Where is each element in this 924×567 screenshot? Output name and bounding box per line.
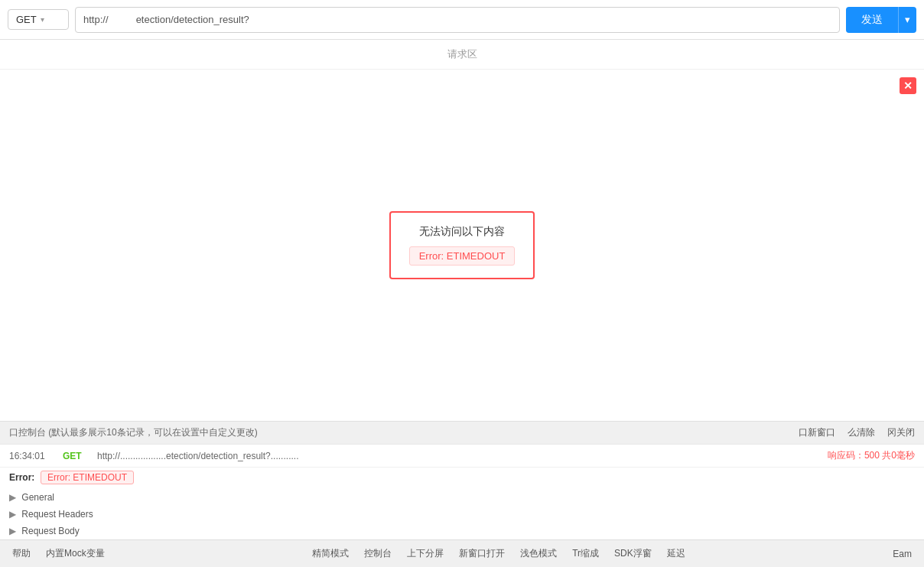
request-area-label: 请求区: [0, 40, 924, 70]
error-line: Error: Error: ETIMEDOUT: [0, 468, 924, 489]
request-headers-label: Request Headers: [21, 509, 93, 520]
console-btn[interactable]: 控制台: [364, 547, 392, 560]
error-value-badge: Error: ETIMEDOUT: [41, 471, 134, 484]
help-btn[interactable]: 帮助: [12, 547, 31, 560]
error-message-box: 无法访问以下内容 Error: ETIMEDOUT: [389, 211, 535, 279]
chevron-down-icon: ▾: [41, 15, 44, 24]
url-input[interactable]: [75, 7, 840, 33]
log-method: GET: [63, 451, 89, 461]
bottom-right-text: Eam: [893, 549, 912, 559]
method-label: GET: [16, 14, 37, 25]
send-dropdown-button[interactable]: ▾: [898, 7, 916, 33]
close-error-button[interactable]: ✕: [900, 77, 916, 94]
console-panel: 口控制台 (默认最多展示10条记录，可以在设置中自定义更改) 口新窗口 么清除 …: [0, 421, 924, 539]
split-btn[interactable]: 上下分屏: [407, 547, 444, 560]
log-time: 16:34:01: [9, 451, 55, 461]
mock-btn[interactable]: 内置Mock变量: [46, 547, 105, 560]
error-badge: Error: ETIMEDOUT: [409, 246, 516, 266]
method-dropdown[interactable]: GET ▾: [8, 9, 69, 30]
general-label: General: [21, 492, 54, 503]
console-header-text: 口控制台 (默认最多展示10条记录，可以在设置中自定义更改): [9, 426, 258, 439]
send-button[interactable]: 发送: [846, 7, 898, 33]
close-console-btn[interactable]: 冈关闭: [887, 426, 915, 439]
clear-btn[interactable]: 么清除: [848, 426, 875, 439]
bottom-center: 精简模式 控制台 上下分屏 新窗口打开 浅色模式 Tr缩成 SDK浮窗 延迟: [312, 547, 685, 560]
error-line-label: Error:: [9, 472, 34, 483]
bottom-bar: 帮助 内置Mock变量 精简模式 控制台 上下分屏 新窗口打开 浅色模式 Tr缩…: [0, 539, 924, 567]
simple-mode-btn[interactable]: 精简模式: [312, 547, 349, 560]
console-header-actions: 口新窗口 么清除 冈关闭: [799, 426, 915, 439]
collapse-arrow-body: ▶: [9, 526, 16, 536]
new-window-open-btn[interactable]: 新窗口打开: [459, 547, 505, 560]
status-code: 500: [864, 450, 880, 461]
request-bar: GET ▾ 发送 ▾: [0, 0, 924, 40]
new-window-btn[interactable]: 口新窗口: [799, 426, 835, 439]
collapse-arrow-general: ▶: [9, 492, 16, 503]
collapse-arrow-headers: ▶: [9, 509, 16, 520]
request-body-label: Request Body: [21, 526, 79, 536]
console-header: 口控制台 (默认最多展示10条记录，可以在设置中自定义更改) 口新窗口 么清除 …: [0, 422, 924, 445]
theme-btn[interactable]: 浅色模式: [520, 547, 557, 560]
error-title: 无法访问以下内容: [409, 225, 516, 239]
bottom-left: 帮助 内置Mock变量: [12, 547, 105, 560]
sdk-btn[interactable]: SDK浮窗: [614, 547, 652, 560]
main-content: ✕ 无法访问以下内容 Error: ETIMEDOUT: [0, 70, 924, 421]
status-label: 响应码：: [828, 450, 864, 461]
collapse-btn[interactable]: Tr缩成: [572, 547, 599, 560]
extra-btn[interactable]: 延迟: [667, 547, 685, 560]
console-log-entry: 16:34:01 GET http://..................et…: [0, 445, 924, 468]
bottom-right: Eam: [893, 549, 912, 559]
send-button-group: 发送 ▾: [846, 7, 916, 33]
status-time: 共0毫秒: [882, 450, 915, 461]
general-section[interactable]: ▶ General: [0, 489, 924, 506]
log-url: http://..................etection/detect…: [97, 451, 820, 461]
log-status: 响应码：500 共0毫秒: [828, 449, 915, 462]
request-headers-section[interactable]: ▶ Request Headers: [0, 506, 924, 523]
request-body-section[interactable]: ▶ Request Body: [0, 523, 924, 539]
